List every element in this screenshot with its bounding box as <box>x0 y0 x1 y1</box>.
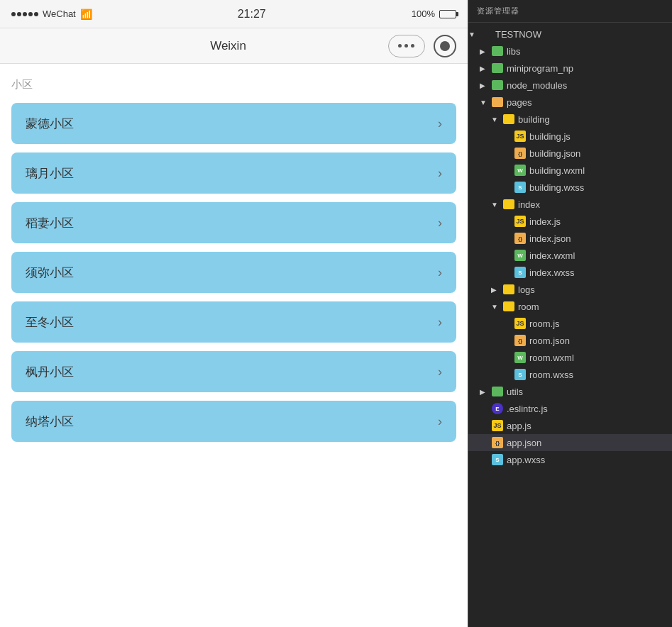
tree-item-building-wxml[interactable]: W building.wxml <box>468 162 672 179</box>
tree-label: room.js <box>529 318 560 329</box>
wxml-file-icon: W <box>514 250 526 261</box>
chevron-right-icon: › <box>438 116 442 131</box>
wxss-file-icon: S <box>514 267 526 278</box>
folder-green-icon <box>492 46 503 56</box>
tree-item-index-js[interactable]: JS index.js <box>468 213 672 230</box>
tree-arrow: ▼ <box>491 116 502 123</box>
tree-item-node_modules[interactable]: ▶ node_modules <box>468 77 672 94</box>
tree-arrow: ▼ <box>491 201 502 209</box>
list-item-text: 须弥小区 <box>26 265 74 281</box>
content-area: 小区 蒙德小区 › 璃月小区 › 稻妻小区 › 须弥小区 › 至冬小区 › 枫丹… <box>0 64 468 627</box>
js-file-icon: JS <box>492 420 503 431</box>
tree-arrow: ▼ <box>491 303 502 311</box>
js-file-icon: JS <box>514 318 526 329</box>
file-icon: JS <box>491 419 504 432</box>
tree-label: index.wxml <box>529 250 575 261</box>
tree-item-building-wxss[interactable]: S building.wxss <box>468 179 672 196</box>
tree-label: index.wxss <box>529 267 575 278</box>
file-icon <box>491 385 504 398</box>
tree-item-index-wxml[interactable]: W index.wxml <box>468 247 672 264</box>
status-left: WeChat 📶 <box>11 9 92 20</box>
nav-actions <box>388 35 456 57</box>
tree-item-app-json[interactable]: {} app.json <box>468 434 672 451</box>
file-icon: S <box>514 266 527 279</box>
list-item[interactable]: 至冬小区 › <box>11 301 456 343</box>
tree-item-app-js[interactable]: JS app.js <box>468 417 672 434</box>
tree-item-app-wxss[interactable]: S app.wxss <box>468 451 672 468</box>
tree-item-eslintrc[interactable]: E .eslintrc.js <box>468 400 672 417</box>
tree-item-logs[interactable]: ▶ logs <box>468 281 672 298</box>
list-item[interactable]: 稻妻小区 › <box>11 202 456 243</box>
tree-item-pages[interactable]: ▼ pages <box>468 94 672 111</box>
tree-label: building.wxml <box>529 165 585 176</box>
tree-label: .eslintrc.js <box>507 404 548 414</box>
folder-orange-icon <box>492 97 503 107</box>
tree-arrow: ▶ <box>491 286 502 294</box>
js-file-icon: JS <box>514 216 526 227</box>
tree-item-miniprogram_np[interactable]: ▶ miniprogram_np <box>468 60 672 77</box>
tree-item-building-json[interactable]: {} building.json <box>468 145 672 162</box>
tree-label: building.js <box>529 131 571 142</box>
file-icon: W <box>514 164 527 177</box>
file-tree: ▼ TESTNOW ▶ libs ▶ miniprogram_np ▶ node… <box>468 23 672 627</box>
file-icon <box>502 300 515 313</box>
tree-item-index[interactable]: ▼ index <box>468 196 672 213</box>
tree-label: utils <box>507 387 523 397</box>
wxml-file-icon: W <box>514 165 526 176</box>
tree-item-room-js[interactable]: JS room.js <box>468 315 672 332</box>
record-button[interactable] <box>434 35 456 57</box>
more-button[interactable] <box>388 35 425 57</box>
tree-item-utils[interactable]: ▶ utils <box>468 383 672 400</box>
nav-bar: Weixin <box>0 28 468 64</box>
list-item-text: 稻妻小区 <box>26 215 74 231</box>
list-item[interactable]: 蒙德小区 › <box>11 103 456 144</box>
file-icon: E <box>491 402 504 415</box>
tree-item-index-json[interactable]: {} index.json <box>468 230 672 247</box>
tree-item-index-wxss[interactable]: S index.wxss <box>468 264 672 281</box>
status-time: 21:27 <box>238 8 266 21</box>
file-icon: {} <box>514 232 527 245</box>
tree-arrow: ▼ <box>480 99 491 106</box>
tree-label: app.wxss <box>507 455 545 465</box>
nav-title: Weixin <box>210 39 246 53</box>
tree-label: node_modules <box>507 80 567 91</box>
tree-item-building[interactable]: ▼ building <box>468 111 672 128</box>
battery-percent: 100% <box>412 9 435 19</box>
list-item[interactable]: 璃月小区 › <box>11 152 456 194</box>
list-item[interactable]: 须弥小区 › <box>11 252 456 293</box>
file-icon <box>502 198 515 211</box>
js-file-icon: JS <box>514 131 526 142</box>
tree-label: miniprogram_np <box>507 63 573 74</box>
tree-item-testnow[interactable]: ▼ TESTNOW <box>468 26 672 43</box>
file-icon <box>491 62 504 74</box>
file-icon <box>491 45 504 57</box>
tree-item-room-wxml[interactable]: W room.wxml <box>468 349 672 366</box>
tree-item-libs[interactable]: ▶ libs <box>468 43 672 60</box>
tree-label: room <box>518 301 539 312</box>
tree-label: index.json <box>529 233 571 244</box>
file-icon: {} <box>514 147 527 160</box>
list-item[interactable]: 纳塔小区 › <box>11 401 456 442</box>
file-icon: JS <box>514 130 527 143</box>
folder-yellow-icon <box>503 199 514 209</box>
file-icon <box>502 283 515 296</box>
file-icon: S <box>514 368 527 381</box>
file-icon: {} <box>491 436 504 449</box>
list-item-text: 璃月小区 <box>26 165 74 182</box>
list-item-text: 蒙德小区 <box>26 116 74 132</box>
tree-item-room[interactable]: ▼ room <box>468 298 672 315</box>
folder-yellow-icon <box>503 114 514 124</box>
file-icon <box>480 28 492 40</box>
list-item[interactable]: 枫丹小区 › <box>11 351 456 392</box>
tree-label: TESTNOW <box>495 29 541 40</box>
tree-item-room-wxss[interactable]: S room.wxss <box>468 366 672 383</box>
tree-label: pages <box>507 97 531 108</box>
tree-item-room-json[interactable]: {} room.json <box>468 332 672 349</box>
folder-yellow-icon <box>503 284 514 294</box>
phone-simulator: WeChat 📶 21:27 100% Weixin 小区 蒙德小区 › <box>0 0 468 627</box>
file-icon: W <box>514 351 527 364</box>
tree-item-building-js[interactable]: JS building.js <box>468 128 672 145</box>
chevron-right-icon: › <box>438 216 442 231</box>
file-panel: 资源管理器 ▼ TESTNOW ▶ libs ▶ miniprogram_np … <box>468 0 672 627</box>
tree-arrow: ▶ <box>480 48 491 55</box>
